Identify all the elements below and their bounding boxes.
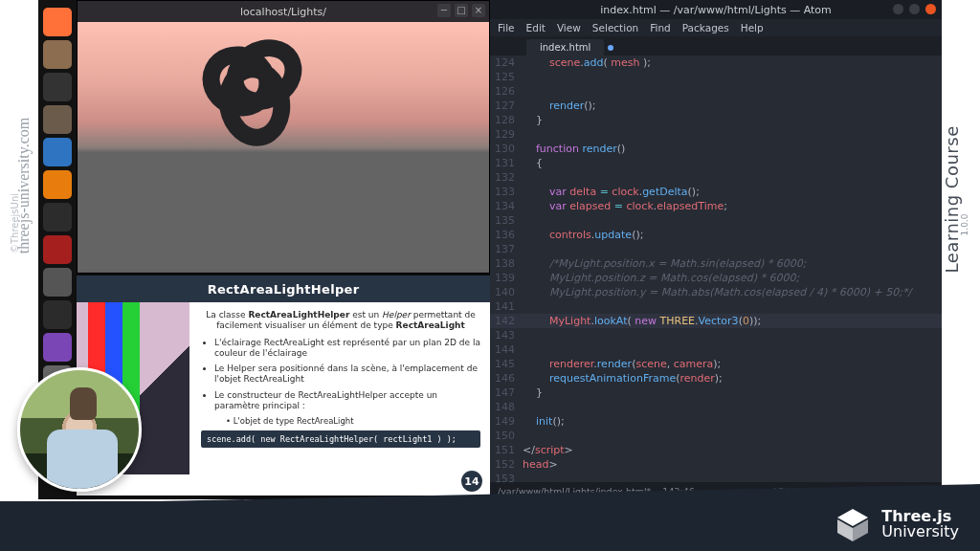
code-line[interactable]: 146 requestAnimationFrame(render); (490, 371, 942, 386)
code-line[interactable]: 153 (490, 472, 942, 482)
browser-title: localhost/Lights/ (240, 6, 326, 18)
menu-help[interactable]: Help (741, 22, 764, 33)
code-line[interactable]: 126 (490, 84, 942, 99)
menu-view[interactable]: View (557, 22, 581, 33)
brand-logo: Three.jsUniversity (834, 505, 959, 543)
code-line[interactable]: 149 init(); (490, 414, 942, 429)
list-item: Le constructeur de RectAreaLightHelper a… (214, 390, 480, 412)
browser-window: localhost/Lights/ − □ × (77, 0, 490, 274)
atom-titlebar[interactable]: index.html — /var/www/html/Lights — Atom (490, 0, 942, 19)
course-label: Learning Course (942, 130, 962, 274)
handle-label: ©ThreejsUni (10, 176, 20, 272)
code-line[interactable]: 138 /*MyLight.position.x = Math.sin(elap… (490, 256, 942, 271)
maximize-button[interactable]: □ (455, 4, 468, 17)
code-line[interactable]: 139 MyLight.position.z = Math.cos(elapse… (490, 271, 942, 285)
vscode-icon[interactable] (43, 138, 72, 166)
slide-bullets: L'éclairage RectAreaLight est représenté… (214, 338, 480, 412)
code-line[interactable]: 150 (490, 429, 942, 443)
disk-icon[interactable] (43, 333, 72, 362)
tab-index-html[interactable]: index.html (526, 39, 604, 55)
torus-knot-mesh (192, 39, 317, 144)
code-line[interactable]: 143 (490, 328, 942, 342)
code-line[interactable]: 148 (490, 400, 942, 414)
code-line[interactable]: 128 } (490, 113, 942, 127)
code-area[interactable]: 124 scene.add( mesh );125126127 render()… (490, 55, 942, 482)
menu-find[interactable]: Find (650, 22, 671, 33)
code-line[interactable]: 129 (490, 127, 942, 142)
minimize-button[interactable] (893, 4, 903, 14)
modified-indicator-icon (608, 45, 613, 51)
code-line[interactable]: 141 (490, 299, 942, 314)
list-item: L'éclairage RectAreaLight est représenté… (214, 338, 480, 360)
version-label: 1.0.0 (960, 196, 969, 253)
code-line[interactable]: 132 (490, 170, 942, 185)
code-line[interactable]: 134 var elapsed = clock.elapsedTime; (490, 199, 942, 213)
code-line[interactable]: 145 renderer.render(scene, camera); (490, 357, 942, 371)
code-line[interactable]: 140 MyLight.position.y = Math.abs(Math.c… (490, 285, 942, 299)
code-line[interactable]: 130 function render() (490, 142, 942, 156)
presenter-avatar (17, 367, 142, 492)
menu-selection[interactable]: Selection (592, 22, 638, 33)
slide-text: La classe RectAreaLightHelper est un Hel… (189, 302, 490, 474)
code-line[interactable]: 127 render(); (490, 99, 942, 113)
atom-menu[interactable]: FileEditViewSelectionFindPackagesHelp (490, 19, 942, 36)
list-item: Le Helper sera positionné dans la scène,… (214, 364, 480, 386)
gimp-icon[interactable] (43, 105, 72, 134)
minimize-button[interactable]: − (437, 4, 451, 17)
code-line[interactable]: 137 (490, 242, 942, 256)
terminal-icon[interactable] (43, 73, 72, 101)
atom-editor: index.html — /var/www/html/Lights — Atom… (490, 0, 942, 499)
menu-packages[interactable]: Packages (682, 22, 729, 33)
webgl-viewport[interactable] (78, 22, 489, 273)
slide-title: RectAreaLightHelper (77, 276, 490, 302)
browser-titlebar[interactable]: localhost/Lights/ − □ × (78, 1, 489, 22)
maximize-button[interactable] (909, 4, 920, 14)
code-line[interactable]: 152head> (490, 457, 942, 472)
atom-tabs[interactable]: index.html (490, 36, 942, 55)
slide-code: scene.add( new RectAreaLightHelper( rect… (201, 430, 480, 449)
code-line[interactable]: 124 scene.add( mesh ); (490, 55, 942, 70)
blender-icon[interactable] (43, 170, 72, 199)
slide-panel: RectAreaLightHelper La classe RectAreaLi… (77, 276, 490, 496)
firefox-icon[interactable] (43, 8, 72, 36)
code-line[interactable]: 151</script> (490, 443, 942, 457)
code-line[interactable]: 142 MyLight.lookAt( new THREE.Vector3(0)… (490, 314, 942, 328)
desktop: localhost/Lights/ − □ × RectAreaLightHel… (38, 0, 942, 499)
menu-file[interactable]: File (498, 22, 515, 33)
close-button[interactable] (925, 4, 936, 14)
files-icon[interactable] (43, 40, 72, 69)
system-icon[interactable] (43, 268, 72, 297)
inkscape-icon[interactable] (43, 203, 72, 231)
footer-band: Three.jsUniversity (0, 501, 980, 551)
code-line[interactable]: 125 (490, 70, 942, 84)
code-line[interactable]: 131 { (490, 156, 942, 170)
obs-icon[interactable] (43, 300, 72, 329)
code-line[interactable]: 135 (490, 213, 942, 228)
close-button[interactable]: × (472, 4, 485, 17)
code-line[interactable]: 144 (490, 342, 942, 357)
filezilla-icon[interactable] (43, 235, 72, 264)
code-line[interactable]: 133 var delta = clock.getDelta(); (490, 185, 942, 199)
code-line[interactable]: 136 controls.update(); (490, 228, 942, 242)
code-line[interactable]: 147 } (490, 386, 942, 400)
slide-number: 14 (461, 471, 482, 492)
menu-edit[interactable]: Edit (526, 22, 546, 33)
